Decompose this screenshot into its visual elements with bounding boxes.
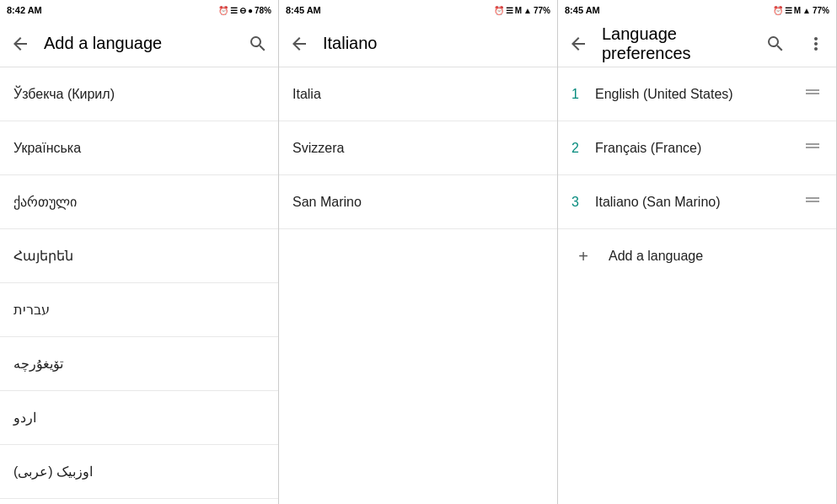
language-number-3: 3 (571, 195, 595, 210)
list-item[interactable]: Українська (0, 121, 278, 175)
drag-handle-1[interactable] (802, 82, 823, 106)
signal-icon-3: ☰ (785, 6, 792, 15)
overflow-menu-button[interactable] (799, 27, 833, 61)
battery-level-1: 78% (255, 6, 271, 15)
panel1-title: Add a language (44, 34, 234, 53)
mute-icon-2: M (515, 6, 522, 15)
list-item[interactable]: تۆیغۇرچە (0, 337, 278, 391)
status-icons-2: ⏰ ☰ M ▲ 77% (494, 6, 550, 15)
list-item[interactable]: San Marino (279, 175, 557, 229)
panel-italiano: 8:45 AM ⏰ ☰ M ▲ 77% Italiano Italia Sviz… (279, 0, 558, 504)
add-language-label: Add a language (609, 249, 703, 264)
back-button-1[interactable] (3, 27, 37, 61)
list-item[interactable]: ქართული (0, 175, 278, 229)
list-item[interactable]: Ўзбекча (Кирил) (0, 67, 278, 121)
time-2: 8:45 AM (286, 5, 321, 15)
alarm-icon-3: ⏰ (773, 6, 783, 15)
mute-icon-3: M (794, 6, 801, 15)
list-item[interactable]: پښتو (0, 499, 278, 504)
language-preference-item-2: 2 Français (France) (558, 121, 836, 175)
list-item[interactable]: Italia (279, 67, 557, 121)
list-item[interactable]: اوزبیک (عربی) (0, 445, 278, 499)
battery-level-3: 77% (813, 6, 829, 15)
panel-language-preferences: 8:45 AM ⏰ ☰ M ▲ 77% Language preferences (558, 0, 837, 504)
status-icons-1: ⏰ ☰ ⊖ ● 78% (218, 6, 271, 15)
wifi-icon-2: ▲ (523, 6, 532, 15)
language-list-1: Ўзбекча (Кирил) Українська ქართული Հայեր… (0, 67, 278, 504)
language-number-2: 2 (571, 141, 595, 156)
panel2-title: Italiano (323, 34, 554, 53)
battery-icon-1: ⏰ (218, 6, 228, 15)
language-name-2: Français (France) (595, 141, 802, 156)
list-item[interactable]: עברית (0, 283, 278, 337)
app-bar-1: Add a language (0, 20, 278, 67)
panel3-title: Language preferences (602, 24, 752, 63)
signal-icon-2: ☰ (506, 6, 513, 15)
app-bar-2: Italiano (279, 20, 557, 67)
wifi-icon-3: ▲ (802, 6, 811, 15)
time-3: 8:45 AM (565, 5, 600, 15)
list-item[interactable]: Հայերեն (0, 229, 278, 283)
add-language-item[interactable]: + Add a language (558, 229, 836, 283)
back-button-2[interactable] (282, 27, 316, 61)
list-item[interactable]: Svizzera (279, 121, 557, 175)
time-1: 8:42 AM (7, 5, 42, 15)
plus-icon: + (571, 247, 595, 266)
network-icon-1: ⊖ (239, 6, 246, 15)
language-preference-item-1: 1 English (United States) (558, 67, 836, 121)
signal-icon-1: ☰ (230, 6, 238, 15)
language-name-3: Italiano (San Marino) (595, 195, 802, 210)
wifi-icon-1: ● (248, 6, 253, 15)
list-item[interactable]: اردو (0, 391, 278, 445)
panel-add-language: 8:42 AM ⏰ ☰ ⊖ ● 78% Add a language Ўзбек… (0, 0, 279, 504)
battery-level-2: 77% (534, 6, 550, 15)
language-name-1: English (United States) (595, 87, 802, 102)
drag-handle-3[interactable] (802, 190, 823, 214)
status-bar-3: 8:45 AM ⏰ ☰ M ▲ 77% (558, 0, 836, 20)
status-bar-2: 8:45 AM ⏰ ☰ M ▲ 77% (279, 0, 557, 20)
alarm-icon-2: ⏰ (494, 6, 504, 15)
back-button-3[interactable] (561, 27, 595, 61)
search-button-1[interactable] (241, 27, 275, 61)
region-list: Italia Svizzera San Marino (279, 67, 557, 504)
language-preferences-list: 1 English (United States) 2 Français (Fr… (558, 67, 836, 504)
drag-handle-2[interactable] (802, 136, 823, 160)
search-button-3[interactable] (759, 27, 792, 61)
language-number-1: 1 (571, 87, 595, 102)
app-bar-3: Language preferences (558, 20, 836, 67)
status-bar-1: 8:42 AM ⏰ ☰ ⊖ ● 78% (0, 0, 278, 20)
language-preference-item-3: 3 Italiano (San Marino) (558, 175, 836, 229)
status-icons-3: ⏰ ☰ M ▲ 77% (773, 6, 829, 15)
